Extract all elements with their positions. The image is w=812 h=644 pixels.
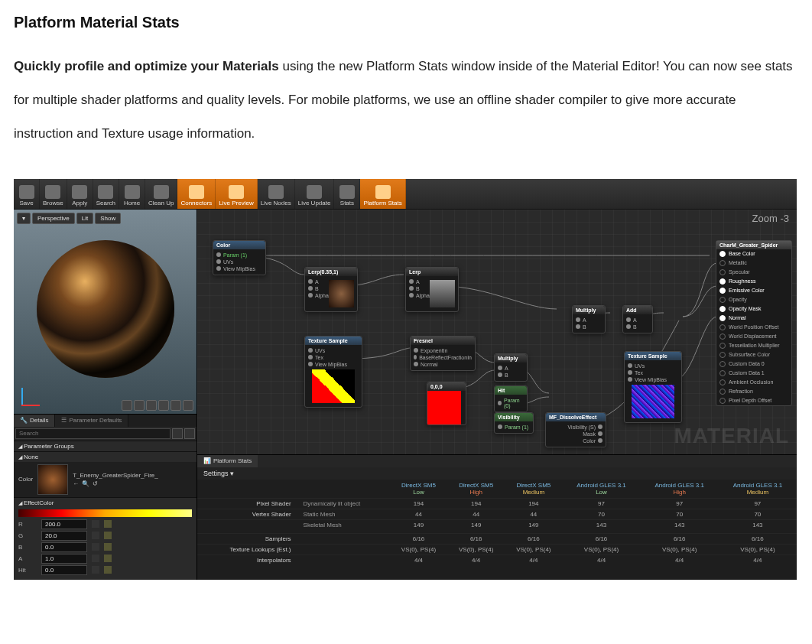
tab-details[interactable]: 🔧Details <box>14 415 55 427</box>
node-texture-sample-2[interactable]: Texture Sample UVs Tex View MipBias <box>624 351 682 423</box>
pin-b[interactable]: B <box>409 285 430 292</box>
toolbar-save[interactable]: Save <box>14 179 40 209</box>
spinner-icon[interactable] <box>92 566 99 574</box>
reset-icon[interactable] <box>104 555 112 562</box>
tab-platform-stats[interactable]: 📊Platform Stats <box>197 455 258 467</box>
result-pin[interactable]: Tessellation Multiplier <box>716 341 791 350</box>
pin-b[interactable]: B <box>308 285 329 292</box>
result-pin[interactable]: Normal <box>716 314 791 323</box>
pin-a[interactable]: A <box>626 317 649 324</box>
asset-reset-icon[interactable]: ↺ <box>93 480 98 487</box>
toolbar-platform-stats[interactable]: Platform Stats <box>360 179 405 209</box>
toolbar-browse[interactable]: Browse <box>40 179 67 209</box>
pin-uvs[interactable]: UVs <box>216 259 262 265</box>
pin-a[interactable]: A <box>576 317 602 324</box>
reset-icon[interactable] <box>104 566 112 574</box>
pin-alpha[interactable]: Alpha <box>308 292 329 299</box>
result-pin[interactable]: Opacity <box>716 295 791 304</box>
result-pin[interactable]: Refraction <box>716 387 791 396</box>
pin-alpha[interactable]: Alpha <box>409 292 430 299</box>
group-parameter-groups[interactable]: Parameter Groups <box>14 441 197 451</box>
pin-mipbias[interactable]: View MipBias <box>308 361 359 368</box>
channel-r-value[interactable]: 200.0 <box>41 519 87 529</box>
result-pin[interactable]: Specular <box>716 268 791 277</box>
pin-mask[interactable]: Mask <box>549 431 603 437</box>
details-search-input[interactable] <box>15 428 171 439</box>
viewport-show[interactable]: Show <box>95 213 121 224</box>
pin-mipbias[interactable]: View MipBias <box>216 265 262 272</box>
pin-uvs[interactable]: UVs <box>308 347 359 354</box>
reset-icon[interactable] <box>104 532 112 539</box>
shape-mesh-icon[interactable] <box>171 400 181 411</box>
node-color[interactable]: Color Param (1) UVs View MipBias <box>213 240 266 275</box>
node-add[interactable]: Add A B <box>622 305 653 333</box>
channel-b-value[interactable]: 0.0 <box>41 542 87 552</box>
texture-name[interactable]: T_Enemy_GreaterSpider_Fire_ <box>73 472 192 479</box>
group-none[interactable]: None <box>14 451 197 462</box>
viewport-mode[interactable]: Perspective <box>32 213 75 224</box>
pin-exponent[interactable]: ExponentIn <box>414 347 472 354</box>
stats-settings-dropdown[interactable]: Settings ▾ <box>197 467 797 480</box>
tab-parameter-defaults[interactable]: ☰Parameter Defaults <box>55 415 128 427</box>
node-visibility[interactable]: Visibility Param (1) <box>494 412 534 434</box>
toolbar-connectors[interactable]: Connectors <box>177 179 216 209</box>
viewport-shading[interactable]: Lit <box>76 213 93 224</box>
result-pin[interactable]: Opacity Mask <box>716 304 791 314</box>
viewport[interactable]: ▾ Perspective Lit Show <box>14 210 197 415</box>
toolbar-home[interactable]: Home <box>119 179 145 209</box>
pin-a[interactable]: A <box>498 365 524 372</box>
pin-b[interactable]: B <box>576 324 602 330</box>
result-pin[interactable]: World Displacement <box>716 332 791 341</box>
toolbar-search[interactable]: Search <box>93 179 119 209</box>
pin-tex[interactable]: Tex <box>308 354 359 361</box>
node-mf-dissolve[interactable]: MF_DissolveEffect Visibility (S) Mask Co… <box>545 412 606 447</box>
pin-uvs[interactable]: UVs <box>628 363 678 369</box>
asset-find-icon[interactable]: 🔍 <box>82 480 89 487</box>
node-constant[interactable]: 0,0,0 <box>427 382 466 425</box>
pin-mipbias[interactable]: View MipBias <box>628 376 678 383</box>
result-pin[interactable]: Pixel Depth Offset <box>716 396 791 405</box>
toolbar-live-update[interactable]: Live Update <box>295 179 335 209</box>
result-pin[interactable]: Custom Data 1 <box>716 369 791 378</box>
viewport-menu-icon[interactable]: ▾ <box>17 213 31 224</box>
result-pin[interactable]: Metallic <box>716 259 791 268</box>
spinner-icon[interactable] <box>92 520 99 528</box>
node-lerp2[interactable]: Lerp A B Alpha <box>405 267 459 312</box>
node-texture-sample[interactable]: Texture Sample UVs Tex View MipBias <box>304 336 362 408</box>
shape-plane-icon[interactable] <box>146 400 157 411</box>
reset-icon[interactable] <box>104 520 112 528</box>
group-effectcolor[interactable]: EffectColor <box>14 497 197 508</box>
node-hit[interactable]: Hit Param (0) <box>494 385 528 412</box>
pin-a[interactable]: A <box>409 278 430 285</box>
shape-cylinder-icon[interactable] <box>122 400 132 411</box>
node-result[interactable]: CharM_Greater_Spider Base ColorMetallicS… <box>716 240 792 406</box>
filter-icon[interactable] <box>172 428 183 439</box>
toolbar-cleanup[interactable]: Clean Up <box>145 179 177 209</box>
toolbar-stats[interactable]: Stats <box>334 179 360 209</box>
channel-hit-value[interactable]: 0.0 <box>41 565 87 575</box>
shape-cube-icon[interactable] <box>158 400 169 411</box>
shape-teapot-icon[interactable] <box>183 400 193 411</box>
color-gradient[interactable] <box>18 509 192 517</box>
channel-a-value[interactable]: 1.0 <box>41 554 87 564</box>
graph-canvas[interactable]: Zoom -3 MATERIAL <box>197 210 797 454</box>
node-lerp1[interactable]: Lerp(0.35,1) A B Alpha <box>304 267 358 312</box>
result-pin[interactable]: Subsurface Color <box>716 350 791 359</box>
pin-normal[interactable]: Normal <box>414 361 472 368</box>
shape-sphere-icon[interactable] <box>134 400 145 411</box>
result-pin[interactable]: Custom Data 0 <box>716 359 791 369</box>
pin-b[interactable]: B <box>498 372 524 379</box>
pin-b[interactable]: B <box>626 324 649 330</box>
pin-visibility[interactable]: Visibility (S) <box>549 424 603 431</box>
node-multiply1[interactable]: Multiply A B <box>494 353 528 382</box>
toolbar-live-nodes[interactable]: Live Nodes <box>258 179 295 209</box>
pin-color[interactable]: Color <box>549 437 603 444</box>
toolbar-apply[interactable]: Apply <box>67 179 93 209</box>
node-multiply2[interactable]: Multiply A B <box>572 305 606 333</box>
node-fresnel[interactable]: Fresnel ExponentIn BaseReflectFractionIn… <box>410 336 476 371</box>
eye-icon[interactable] <box>184 428 195 439</box>
result-pin[interactable]: Ambient Occlusion <box>716 378 791 387</box>
texture-thumbnail[interactable] <box>37 464 68 495</box>
channel-g-value[interactable]: 20.0 <box>41 531 87 541</box>
pin-tex[interactable]: Tex <box>628 369 678 376</box>
